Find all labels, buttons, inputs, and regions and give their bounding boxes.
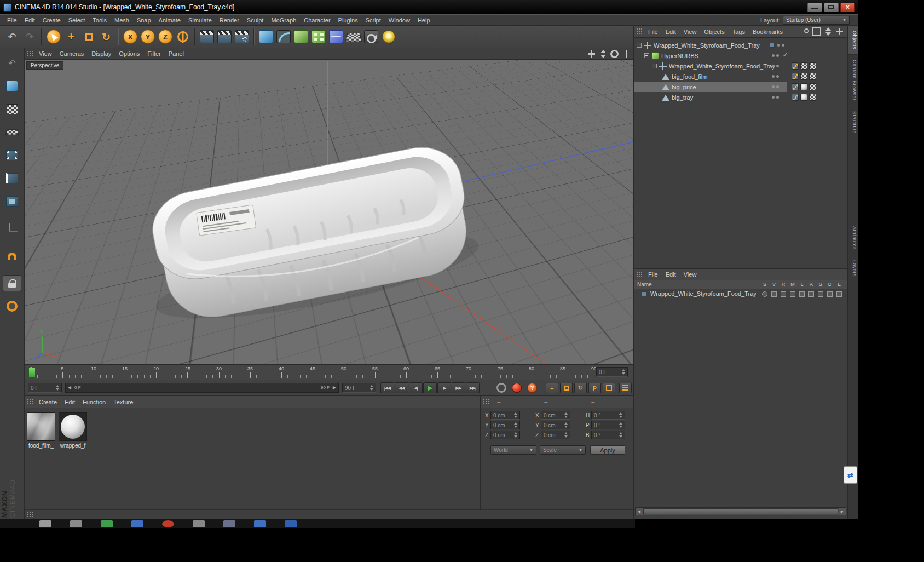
make-editable-icon[interactable]: ↶: [3, 55, 21, 71]
next-key-button[interactable]: ▶▶: [452, 382, 465, 393]
texture-mode-icon[interactable]: [3, 101, 21, 117]
taskbar-icon[interactable]: [285, 520, 297, 527]
layer-toggle-generators[interactable]: [818, 291, 823, 297]
menu-script[interactable]: Script: [362, 16, 385, 24]
layer-toggle-view[interactable]: [771, 291, 777, 297]
layer-toggle-deformers[interactable]: [827, 291, 833, 297]
food-tray-model[interactable]: [136, 140, 484, 336]
record-keyframe-button[interactable]: [512, 383, 522, 393]
menu-create[interactable]: Create: [39, 16, 65, 24]
coordinate-system-button[interactable]: [174, 28, 192, 45]
search-icon[interactable]: [804, 28, 809, 33]
axis-mode-icon[interactable]: [3, 220, 21, 237]
collapse-icon[interactable]: [644, 53, 649, 58]
frame-stepper[interactable]: [620, 369, 625, 375]
tree-row-hypernurbs[interactable]: HyperNURBS ✓: [634, 50, 848, 61]
lm-menu-edit[interactable]: Edit: [662, 271, 680, 278]
collapse-icon[interactable]: [637, 43, 642, 48]
rot-p-field[interactable]: 0 °: [591, 421, 625, 429]
column-d[interactable]: D: [826, 282, 834, 287]
enabled-check-icon[interactable]: ✓: [783, 51, 788, 59]
render-visibility-dot[interactable]: [782, 44, 784, 47]
taskbar-icon[interactable]: [254, 520, 266, 527]
space-dropdown[interactable]: World ▼: [490, 445, 536, 455]
previous-frame-button[interactable]: ◀|: [409, 382, 423, 393]
viewport-layout-icon[interactable]: [622, 50, 630, 58]
menu-plugins[interactable]: Plugins: [334, 16, 362, 24]
phong-tag[interactable]: [792, 62, 799, 70]
polygons-mode-icon[interactable]: [3, 193, 21, 209]
record-rotation-button[interactable]: ↻: [574, 383, 587, 393]
tree-row-child-null[interactable]: Wrapped_White_Styrofoam_Food_Tray: [634, 61, 848, 71]
panel-handle[interactable]: [27, 50, 33, 58]
menu-select[interactable]: Select: [65, 16, 89, 24]
end-frame-stepper[interactable]: [368, 385, 373, 391]
scroll-left-arrow[interactable]: ◀: [636, 508, 643, 515]
menu-render[interactable]: Render: [216, 16, 243, 24]
render-visibility-dot[interactable]: [776, 75, 779, 78]
tab-objects[interactable]: Objects: [848, 26, 858, 55]
render-view-button[interactable]: [198, 28, 216, 45]
material-thumbnail-wrapped[interactable]: [59, 412, 87, 441]
add-deformer-button[interactable]: [327, 28, 345, 45]
editor-visibility-dot[interactable]: [772, 54, 775, 57]
viewport-zoom-icon[interactable]: [599, 50, 607, 58]
materials-menu-texture[interactable]: Texture: [109, 398, 137, 406]
menu-file[interactable]: File: [3, 16, 21, 24]
taskbar-icon[interactable]: [131, 520, 143, 527]
editor-visibility-dot[interactable]: [772, 96, 775, 99]
editor-visibility-dot[interactable]: [777, 44, 780, 47]
texture-tag[interactable]: [809, 83, 816, 90]
layer-toggle-render[interactable]: [781, 291, 786, 297]
om-menu-file[interactable]: File: [644, 28, 662, 36]
menu-character[interactable]: Character: [300, 16, 334, 24]
horizontal-scrollbar[interactable]: ◀ ▶: [635, 507, 846, 515]
autokey-button[interactable]: ?: [527, 383, 537, 393]
size-y-field[interactable]: 0 cm: [541, 421, 570, 429]
timeline-ruler[interactable]: 0 5 10 15 20 25 30 35 40 45 50 55 60 65 …: [25, 365, 633, 380]
add-view-icon[interactable]: [835, 27, 844, 36]
panel-handle[interactable]: [636, 28, 642, 35]
rotate-tool-button[interactable]: ↻: [97, 28, 115, 45]
redo-button[interactable]: ↷: [21, 28, 38, 45]
timeline-playhead[interactable]: [28, 368, 36, 378]
start-frame-field[interactable]: 0 F: [28, 383, 62, 393]
tab-structure[interactable]: Structure: [848, 106, 858, 139]
current-frame-field[interactable]: 0 F: [596, 367, 628, 377]
column-a[interactable]: A: [807, 282, 815, 287]
frame-range-slider[interactable]: ◀ 0 F 90 F ▶: [65, 383, 339, 393]
panel-handle[interactable]: [27, 398, 33, 405]
snap-settings-icon[interactable]: [3, 298, 21, 314]
taskbar-icon[interactable]: [39, 520, 51, 527]
column-v[interactable]: V: [770, 282, 778, 287]
tree-row-big-food-film[interactable]: big_food_film: [634, 71, 848, 82]
phong-tag[interactable]: [792, 83, 799, 90]
pos-z-field[interactable]: 0 cm: [490, 431, 520, 439]
materials-menu-function[interactable]: Function: [79, 398, 109, 406]
model-mode-icon[interactable]: [3, 78, 21, 94]
tab-layers[interactable]: Layers: [848, 255, 858, 282]
menu-edit[interactable]: Edit: [21, 16, 39, 24]
menu-mesh[interactable]: Mesh: [111, 16, 133, 24]
render-settings-button[interactable]: [233, 28, 251, 45]
render-picture-viewer-button[interactable]: [216, 28, 233, 45]
add-light-button[interactable]: [380, 28, 397, 45]
end-frame-field[interactable]: 90 F: [342, 383, 376, 393]
range-right-handle[interactable]: ▶: [333, 385, 336, 390]
rot-h-field[interactable]: 0 °: [591, 411, 625, 420]
maximize-button[interactable]: [824, 3, 839, 12]
phong-tag[interactable]: [792, 94, 799, 101]
editor-visibility-dot[interactable]: [772, 75, 775, 78]
scroll-to-icon[interactable]: [824, 27, 832, 36]
layer-toggle-solo[interactable]: [762, 291, 767, 297]
taskbar-icon[interactable]: [193, 520, 205, 527]
viewport-pan-icon[interactable]: [587, 50, 596, 58]
play-button[interactable]: ▶: [423, 382, 437, 393]
minimize-button[interactable]: [807, 3, 822, 12]
layout-dropdown[interactable]: Startup (User) ▼: [783, 16, 850, 25]
camera-label[interactable]: Perspective: [26, 61, 63, 70]
menu-snap[interactable]: Snap: [133, 16, 155, 24]
om-menu-tags[interactable]: Tags: [729, 28, 749, 36]
home-icon[interactable]: [812, 27, 821, 36]
menu-sculpt[interactable]: Sculpt: [243, 16, 268, 24]
